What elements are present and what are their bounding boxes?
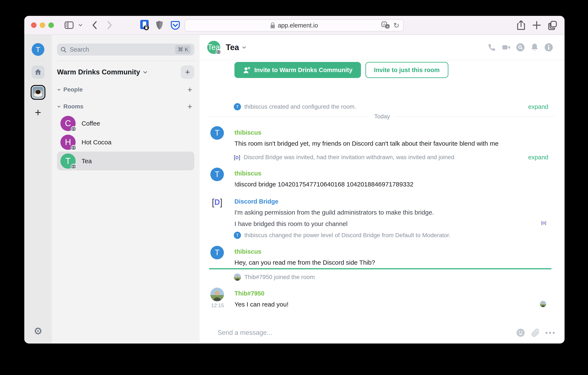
sender-name[interactable]: Thib#7950 xyxy=(234,289,264,298)
shield-extension-icon[interactable] xyxy=(156,20,163,30)
home-icon xyxy=(34,68,42,76)
search-shortcut-badge: ⌘ K xyxy=(175,45,191,54)
room-search-icon[interactable] xyxy=(516,43,525,52)
public-room-globe-icon xyxy=(216,49,221,55)
message-group: T thibiscus !discord bridge 104201754771… xyxy=(200,166,565,189)
community-name[interactable]: Warm Drinks Community xyxy=(57,68,140,76)
avatar[interactable]: T xyxy=(234,232,241,239)
forward-button[interactable] xyxy=(106,21,113,30)
message-text: I have bridged this room to your channel xyxy=(234,220,347,228)
sender-name[interactable]: thibiscus xyxy=(234,169,261,177)
people-add-button[interactable]: + xyxy=(188,85,192,94)
public-room-globe-icon xyxy=(71,164,76,169)
message-group: [D] Discord Bridge I'm asking permission… xyxy=(200,196,565,229)
people-collapse-chevron-icon xyxy=(57,88,60,91)
rooms-add-button[interactable]: + xyxy=(188,102,192,111)
sender-name[interactable]: Discord Bridge xyxy=(234,197,278,206)
voice-call-icon[interactable] xyxy=(487,43,497,52)
sidebar-toggle-icon[interactable] xyxy=(64,21,74,29)
room-header-avatar[interactable]: Tea xyxy=(207,41,220,54)
room-item-hot-cocoa[interactable]: H Hot Cocoa xyxy=(57,133,194,152)
message-timestamp: 12:15 xyxy=(211,301,224,310)
room-list-panel: Search ⌘ K Warm Drinks Community + Peopl… xyxy=(52,35,200,343)
message-group: T thibiscus This room isn't bridged yet,… xyxy=(200,125,565,149)
avatar[interactable]: T xyxy=(210,168,224,181)
tab-overview-icon[interactable] xyxy=(548,20,557,30)
community-space-button-warm-drinks[interactable] xyxy=(31,85,45,100)
sender-name[interactable]: thibiscus xyxy=(234,247,261,256)
share-icon[interactable] xyxy=(517,20,525,31)
discord-bridge-avatar: [D] xyxy=(234,154,240,161)
user-menu-avatar[interactable]: T xyxy=(32,43,44,56)
community-menu-chevron-icon[interactable] xyxy=(143,69,147,73)
close-window-button[interactable] xyxy=(31,22,37,28)
svg-text:a: a xyxy=(386,24,388,28)
space-rail: T + ⚙ xyxy=(24,35,52,343)
address-bar[interactable]: app.element.io Aa ↻ xyxy=(185,19,404,32)
message-text: Hey, can you read me from the Discord si… xyxy=(234,258,375,267)
room-avatar-hot-cocoa: H xyxy=(60,135,76,150)
public-room-globe-icon xyxy=(71,126,76,132)
invite-to-room-button[interactable]: Invite to just this room xyxy=(365,62,448,78)
avatar[interactable]: T xyxy=(210,126,224,140)
expand-link[interactable]: expand xyxy=(528,103,548,110)
emoji-icon[interactable] xyxy=(516,328,525,337)
room-menu-chevron-icon[interactable] xyxy=(242,45,246,49)
room-title[interactable]: Tea xyxy=(226,43,239,52)
attachment-paperclip-icon[interactable] xyxy=(531,328,540,337)
room-header: Tea Tea xyxy=(200,35,565,60)
avatar[interactable]: T xyxy=(234,103,241,110)
room-name: Tea xyxy=(82,157,92,165)
search-input[interactable]: Search ⌘ K xyxy=(57,44,194,55)
more-options-icon[interactable] xyxy=(546,332,555,334)
expand-link[interactable]: expand xyxy=(528,154,548,161)
room-created-event: T thibiscus created and configured the r… xyxy=(200,102,565,111)
chat-panel: Tea Tea xyxy=(200,35,565,343)
discord-bridge-avatar[interactable]: [D] xyxy=(210,196,224,209)
section-people[interactable]: People + xyxy=(57,85,194,95)
pocket-extension-icon[interactable] xyxy=(170,20,180,30)
back-button[interactable] xyxy=(92,21,98,30)
unread-marker xyxy=(209,268,551,269)
svg-text:A: A xyxy=(383,22,386,27)
public-room-globe-icon xyxy=(71,145,76,151)
video-call-icon[interactable] xyxy=(502,43,511,52)
password-manager-extension-icon[interactable] xyxy=(140,20,149,31)
url-text: app.element.io xyxy=(278,22,318,29)
composer-input[interactable]: Send a message... xyxy=(218,329,272,337)
add-space-button[interactable]: + xyxy=(35,106,41,119)
message-text: !discord bridge 1042017547710640168 1042… xyxy=(234,180,413,188)
notifications-bell-icon[interactable] xyxy=(530,43,539,52)
power-level-event: T thibiscus changed the power level of D… xyxy=(200,231,565,240)
settings-gear-icon[interactable]: ⚙ xyxy=(34,325,42,337)
thib-photo-avatar[interactable] xyxy=(210,288,224,301)
avatar[interactable]: T xyxy=(210,246,224,259)
room-item-tea[interactable]: T Tea xyxy=(57,152,194,170)
minimize-window-button[interactable] xyxy=(40,22,45,28)
invite-to-community-button[interactable]: Invite to Warm Drinks Community xyxy=(234,62,361,78)
reload-icon[interactable]: ↻ xyxy=(393,21,399,30)
read-receipt-discord-bridge[interactable]: [D] xyxy=(541,221,546,225)
home-space-button[interactable] xyxy=(32,66,45,79)
room-avatar-tea: T xyxy=(60,154,76,169)
community-add-button[interactable]: + xyxy=(181,65,194,79)
room-name: Coffee xyxy=(82,120,100,127)
sidebar-dropdown-chevron-icon[interactable] xyxy=(79,24,82,26)
translate-icon[interactable]: Aa xyxy=(381,21,390,29)
section-rooms[interactable]: Rooms + xyxy=(57,102,194,111)
list-divider xyxy=(57,61,194,61)
new-tab-icon[interactable] xyxy=(532,21,541,30)
message-group: Thib#7950 12:15 Yes I can read you! xyxy=(200,287,565,310)
zoom-window-button[interactable] xyxy=(48,22,54,28)
browser-toolbar: app.element.io Aa ↻ xyxy=(24,16,565,35)
room-info-icon[interactable] xyxy=(544,43,553,52)
member-joined-event: Thib#7950 joined the room xyxy=(200,273,565,282)
sender-name[interactable]: thibiscus xyxy=(234,128,261,137)
community-header: Warm Drinks Community + xyxy=(57,65,194,79)
message-timeline: Invite to Warm Drinks Community Invite t… xyxy=(200,60,565,322)
thib-photo-avatar[interactable] xyxy=(234,274,241,281)
room-item-coffee[interactable]: C Coffee xyxy=(57,114,194,133)
message-text: I'm asking permission from the guild adm… xyxy=(234,208,434,217)
rooms-collapse-chevron-icon xyxy=(57,105,60,108)
read-receipt-thib[interactable] xyxy=(540,301,546,307)
